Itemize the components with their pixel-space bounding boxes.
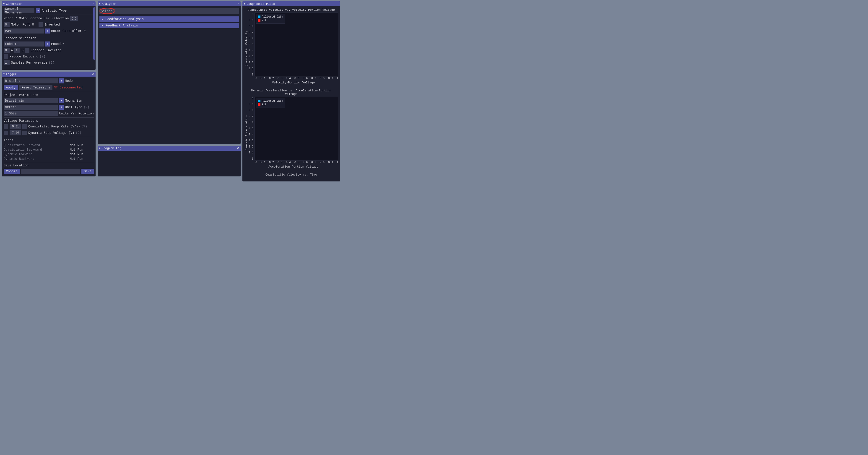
- chevron-down-icon[interactable]: ▼: [59, 105, 64, 110]
- motor-controller-select[interactable]: PWM: [4, 29, 44, 33]
- feedforward-header[interactable]: ▶ Feedforward Analysis: [99, 17, 239, 22]
- diagnostic-plots-panel: ▼ Diagnostic Plots Quasistatic Velocity …: [242, 1, 340, 182]
- save-location-label: Save Location: [4, 164, 29, 167]
- test-row: Quasistatic Forward Not Run: [4, 143, 94, 147]
- step-plus[interactable]: [22, 131, 27, 135]
- help-icon[interactable]: (?): [49, 61, 55, 65]
- logger-panel: ▼ Logger × Disabled ▼ Mode Apply Reset T…: [2, 72, 96, 176]
- chevron-down-icon[interactable]: ▼: [59, 98, 64, 103]
- plot-canvas[interactable]: Filtered DataFit: [254, 97, 338, 161]
- chevron-down-icon[interactable]: ▼: [45, 29, 50, 33]
- test-row: Dynamic Backward Not Run: [4, 157, 94, 161]
- analyzer-panel: ▼ Analyzer × Select ▶ Feedforward Analys…: [98, 1, 241, 144]
- help-icon[interactable]: (?): [84, 105, 89, 109]
- motor-inverted-checkbox[interactable]: [38, 22, 43, 27]
- project-params-label: Project Parameters: [4, 93, 38, 97]
- test-row: Dynamic Forward Not Run: [4, 153, 94, 156]
- samples-label: Samples Per Average: [11, 61, 48, 65]
- reset-telemetry-button[interactable]: Reset Telemetry: [19, 85, 53, 90]
- logger-title: Logger: [6, 72, 17, 76]
- plot: Quasistatic Velocity vs. Velocity-Portio…: [244, 8, 338, 84]
- encoder-b-input[interactable]: 1: [14, 48, 20, 53]
- chevron-down-icon[interactable]: ▼: [59, 78, 64, 84]
- ramp-plus[interactable]: [22, 124, 27, 129]
- collapse-icon: ▼: [99, 3, 100, 5]
- motor-port-input[interactable]: 0: [4, 22, 9, 27]
- unit-type-label: Unit Type: [65, 105, 82, 109]
- mode-select[interactable]: Disabled: [4, 78, 58, 84]
- program-log-title: Program Log: [102, 147, 121, 150]
- scrollbar[interactable]: [93, 7, 95, 60]
- plot-canvas[interactable]: Filtered DataFit: [254, 12, 338, 76]
- plots-titlebar[interactable]: ▼ Diagnostic Plots: [242, 1, 340, 6]
- help-icon[interactable]: (?): [76, 131, 82, 135]
- chevron-down-icon[interactable]: ▼: [45, 41, 50, 46]
- close-icon[interactable]: ×: [237, 147, 239, 150]
- mechanism-select[interactable]: Drivetrain: [4, 98, 58, 103]
- encoder-select[interactable]: roboRIO: [4, 41, 44, 46]
- program-log-body: [98, 151, 241, 176]
- mode-label: Mode: [65, 79, 73, 83]
- plots-title: Diagnostic Plots: [247, 2, 275, 6]
- feedback-header[interactable]: ▶ Feedback Analysis: [99, 23, 239, 28]
- choose-button[interactable]: Choose: [4, 169, 20, 174]
- x-ticks: 00.10.20.30.40.50.60.70.80.91: [255, 161, 338, 164]
- test-name: Quasistatic Backward: [4, 148, 70, 152]
- y-axis-label: Quasistatic Velocity: [244, 12, 249, 84]
- test-status: Not Run: [70, 153, 83, 156]
- generator-panel: ▼ Generator × General Mechanism ▼ Analys…: [2, 1, 96, 70]
- ramp-rate-input[interactable]: 0.25: [9, 124, 21, 129]
- analyzer-select-button[interactable]: Select: [99, 8, 239, 14]
- encoder-b-label: B: [22, 48, 23, 52]
- samples-input[interactable]: 1: [4, 60, 9, 65]
- nt-status: NT Disconnected: [54, 86, 83, 89]
- encoder-inverted-checkbox[interactable]: [25, 48, 29, 53]
- analysis-type-label: Analysis Type: [42, 9, 67, 12]
- close-icon[interactable]: ×: [92, 72, 94, 76]
- close-icon[interactable]: ×: [92, 2, 94, 6]
- x-axis-label: Velocity-Portion Voltage: [249, 81, 338, 84]
- plot: Dynamic Acceleration vs. Acceleration-Po…: [244, 89, 338, 168]
- analyzer-titlebar[interactable]: ▼ Analyzer ×: [98, 1, 241, 6]
- close-icon[interactable]: ×: [237, 2, 239, 6]
- test-status: Not Run: [70, 157, 83, 161]
- motor-controller-label: Motor Controller 0: [51, 29, 86, 33]
- motor-port-label: Motor Port 0: [11, 23, 34, 27]
- step-voltage-input[interactable]: 7.00: [9, 130, 21, 135]
- step-minus[interactable]: [4, 131, 8, 135]
- add-motor-button[interactable]: (+): [70, 16, 78, 21]
- collapse-icon: ▼: [99, 147, 100, 150]
- unit-type-select[interactable]: Meters: [4, 105, 58, 110]
- analysis-type-select[interactable]: General Mechanism: [4, 8, 34, 13]
- reduce-encoding-checkbox[interactable]: [4, 54, 8, 59]
- test-name: Quasistatic Forward: [4, 143, 70, 147]
- legend: Filtered DataFit: [256, 98, 285, 108]
- generator-title: Generator: [6, 2, 22, 6]
- units-per-rotation-input[interactable]: 1.0000: [4, 111, 58, 116]
- motor-section-label: Motor / Motor Controller Selection: [4, 17, 69, 20]
- help-icon[interactable]: (?): [40, 55, 45, 58]
- logger-titlebar[interactable]: ▼ Logger ×: [2, 72, 96, 76]
- y-ticks: 10.90.80.70.60.50.40.30.20.10: [249, 97, 254, 161]
- step-voltage-label: Dynamic Step Voltage (V): [28, 131, 74, 135]
- save-button[interactable]: Save: [82, 169, 94, 174]
- generator-titlebar[interactable]: ▼ Generator ×: [2, 1, 96, 6]
- encoder-a-input[interactable]: 0: [4, 48, 9, 53]
- chevron-down-icon[interactable]: ▼: [36, 8, 40, 13]
- program-log-titlebar[interactable]: ▼ Program Log ×: [98, 146, 241, 151]
- plot-title: Dynamic Acceleration vs. Acceleration-Po…: [244, 89, 338, 96]
- save-path-input[interactable]: [21, 169, 80, 174]
- plot-title: Quasistatic Velocity vs. Time: [244, 173, 338, 176]
- reduce-encoding-label: Reduce Encoding: [9, 55, 38, 58]
- x-ticks: 00.10.20.30.40.50.60.70.80.91: [255, 77, 338, 80]
- apply-button[interactable]: Apply: [4, 85, 18, 90]
- voltage-params-label: Voltage Parameters: [4, 119, 38, 123]
- test-row: Quasistatic Backward Not Run: [4, 148, 94, 152]
- test-name: Dynamic Backward: [4, 157, 70, 161]
- encoder-inverted-label: Encoder Inverted: [31, 48, 61, 52]
- help-icon[interactable]: (?): [82, 125, 87, 128]
- ramp-minus[interactable]: [4, 124, 8, 129]
- units-per-rotation-label: Units Per Rotation: [59, 112, 94, 115]
- motor-inverted-label: Inverted: [44, 23, 60, 27]
- mechanism-label: Mechanism: [65, 99, 82, 103]
